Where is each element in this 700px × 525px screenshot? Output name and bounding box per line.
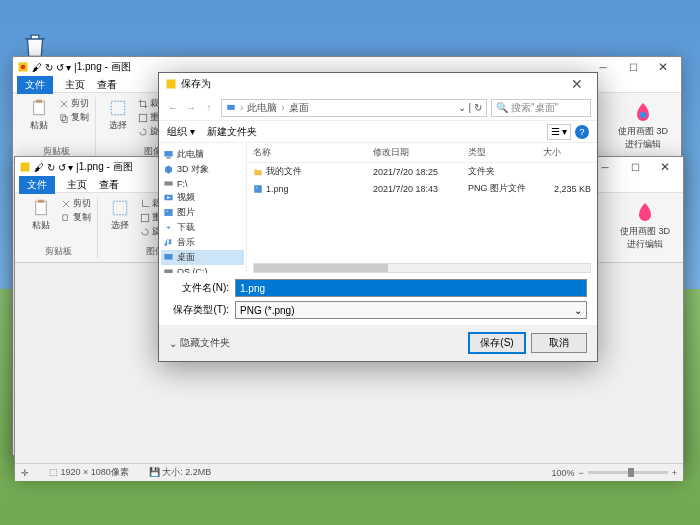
filename-input[interactable] bbox=[235, 279, 587, 297]
menu-view[interactable]: 查看 bbox=[99, 178, 119, 192]
nav-up-button[interactable]: ↑ bbox=[201, 100, 217, 116]
status-dimensions: ⬚ 1920 × 1080像素 bbox=[49, 466, 129, 479]
file-row[interactable]: 1.png 2021/7/20 18:43 PNG 图片文件 2,235 KB bbox=[247, 180, 597, 197]
paste-button[interactable]: 粘贴 bbox=[25, 197, 57, 245]
menu-home[interactable]: 主页 bbox=[65, 78, 85, 92]
maximize-button[interactable]: ☐ bbox=[619, 58, 647, 76]
paint-app-icon bbox=[17, 61, 29, 73]
search-input[interactable]: 🔍 搜索"桌面" bbox=[491, 99, 591, 117]
svg-point-22 bbox=[166, 210, 167, 211]
menu-home[interactable]: 主页 bbox=[67, 178, 87, 192]
chevron-down-icon: ⌄ bbox=[574, 305, 582, 316]
svg-rect-26 bbox=[254, 185, 262, 193]
tree-3d-objects[interactable]: 3D 对象 bbox=[161, 162, 244, 177]
svg-rect-7 bbox=[139, 114, 147, 122]
paint3d-button[interactable]: 使用画图 3D 进行编辑 bbox=[609, 97, 677, 158]
filetype-label: 保存类型(T): bbox=[169, 303, 229, 317]
paint-app-icon bbox=[19, 161, 31, 173]
svg-rect-10 bbox=[36, 201, 47, 215]
tree-this-pc[interactable]: 此电脑 bbox=[161, 147, 244, 162]
cancel-button[interactable]: 取消 bbox=[531, 333, 587, 353]
svg-rect-16 bbox=[227, 104, 235, 109]
view-mode-button[interactable]: ☰ ▾ bbox=[547, 124, 571, 140]
menu-file[interactable]: 文件 bbox=[17, 76, 53, 94]
copy-button[interactable]: 复制 bbox=[59, 111, 89, 124]
svg-rect-2 bbox=[34, 101, 45, 115]
statusbar: ✛ ⬚ 1920 × 1080像素 💾 大小: 2.2MB 100% − + bbox=[15, 463, 683, 481]
col-size[interactable]: 大小 bbox=[543, 146, 591, 159]
nav-forward-button[interactable]: → bbox=[183, 100, 199, 116]
zoom-in-button[interactable]: + bbox=[672, 468, 677, 478]
filetype-select[interactable]: PNG (*.png)⌄ bbox=[235, 301, 587, 319]
file-row[interactable]: 我的文件 2021/7/20 18:25 文件夹 bbox=[247, 163, 597, 180]
folder-icon bbox=[253, 167, 263, 177]
close-button[interactable]: ✕ bbox=[649, 58, 677, 76]
tree-music[interactable]: 音乐 bbox=[161, 235, 244, 250]
dialog-toolbar: 组织 ▾ 新建文件夹 ☰ ▾ ? bbox=[159, 121, 597, 143]
hide-folders-toggle[interactable]: ⌄ 隐藏文件夹 bbox=[169, 336, 230, 350]
zoom-level: 100% bbox=[551, 468, 574, 478]
cut-button[interactable]: 剪切 bbox=[61, 197, 91, 210]
organize-button[interactable]: 组织 ▾ bbox=[167, 125, 195, 139]
nav-back-button[interactable]: ← bbox=[165, 100, 181, 116]
svg-rect-6 bbox=[111, 101, 125, 115]
window-title: 1.png - 画图 bbox=[79, 160, 133, 174]
paint-app-icon bbox=[165, 78, 177, 90]
svg-rect-12 bbox=[63, 214, 67, 220]
close-button[interactable]: ✕ bbox=[651, 158, 679, 176]
menu-file[interactable]: 文件 bbox=[19, 176, 55, 194]
paint3d-button[interactable]: 使用画图 3D 进行编辑 bbox=[611, 197, 679, 258]
svg-rect-19 bbox=[164, 181, 172, 185]
svg-rect-11 bbox=[38, 200, 44, 203]
col-type[interactable]: 类型 bbox=[468, 146, 543, 159]
svg-rect-13 bbox=[113, 201, 127, 215]
dialog-titlebar: 保存为 ✕ bbox=[159, 73, 597, 95]
col-name[interactable]: 名称 bbox=[253, 146, 373, 159]
help-icon[interactable]: ? bbox=[575, 125, 589, 139]
dialog-nav: ← → ↑ › 此电脑 › 桌面 ⌄ | ↻ 🔍 搜索"桌面" bbox=[159, 95, 597, 121]
select-button[interactable]: 选择 bbox=[104, 197, 136, 245]
svg-rect-17 bbox=[164, 151, 172, 157]
svg-rect-23 bbox=[164, 254, 172, 260]
svg-rect-18 bbox=[166, 157, 170, 158]
status-filesize: 💾 大小: 2.2MB bbox=[149, 466, 212, 479]
cut-button[interactable]: 剪切 bbox=[59, 97, 89, 110]
svg-point-27 bbox=[256, 187, 257, 188]
tree-pictures[interactable]: 图片 bbox=[161, 205, 244, 220]
paste-button[interactable]: 粘贴 bbox=[23, 97, 55, 145]
svg-point-8 bbox=[640, 112, 646, 118]
image-file-icon bbox=[253, 184, 263, 194]
menu-view[interactable]: 查看 bbox=[97, 78, 117, 92]
tree-os-drive[interactable]: OS (C:) bbox=[161, 265, 244, 273]
svg-rect-9 bbox=[21, 163, 30, 172]
svg-rect-21 bbox=[164, 209, 172, 216]
save-button[interactable]: 保存(S) bbox=[469, 333, 525, 353]
zoom-slider[interactable] bbox=[588, 471, 668, 474]
select-button[interactable]: 选择 bbox=[102, 97, 134, 145]
window-title: 1.png - 画图 bbox=[77, 60, 131, 74]
filename-label: 文件名(N): bbox=[169, 281, 229, 295]
dialog-close-button[interactable]: ✕ bbox=[563, 76, 591, 92]
svg-rect-15 bbox=[167, 80, 176, 89]
tree-desktop[interactable]: 桌面 bbox=[161, 250, 244, 265]
tree-videos[interactable]: 视频 bbox=[161, 190, 244, 205]
svg-rect-3 bbox=[36, 100, 42, 103]
col-date[interactable]: 修改日期 bbox=[373, 146, 468, 159]
maximize-button[interactable]: ☐ bbox=[621, 158, 649, 176]
svg-point-1 bbox=[21, 65, 26, 70]
folder-tree[interactable]: 此电脑 3D 对象 F:\ 视频 图片 下载 音乐 桌面 OS (C:) DAT… bbox=[159, 143, 247, 273]
pc-icon bbox=[226, 103, 236, 113]
tree-downloads[interactable]: 下载 bbox=[161, 220, 244, 235]
tree-fdrive[interactable]: F:\ bbox=[161, 177, 244, 190]
file-list: 名称 修改日期 类型 大小 我的文件 2021/7/20 18:25 文件夹 1… bbox=[247, 143, 597, 273]
dialog-title: 保存为 bbox=[181, 77, 211, 91]
save-as-dialog: 保存为 ✕ ← → ↑ › 此电脑 › 桌面 ⌄ | ↻ 🔍 搜索"桌面" 组织… bbox=[158, 72, 598, 362]
zoom-out-button[interactable]: − bbox=[578, 468, 583, 478]
search-icon: 🔍 bbox=[496, 102, 508, 113]
breadcrumb[interactable]: › 此电脑 › 桌面 ⌄ | ↻ bbox=[221, 99, 487, 117]
copy-button[interactable]: 复制 bbox=[61, 211, 91, 224]
chevron-down-icon: ⌄ bbox=[169, 338, 177, 349]
horizontal-scrollbar[interactable] bbox=[253, 263, 591, 273]
new-folder-button[interactable]: 新建文件夹 bbox=[207, 125, 257, 139]
svg-rect-14 bbox=[141, 214, 149, 222]
